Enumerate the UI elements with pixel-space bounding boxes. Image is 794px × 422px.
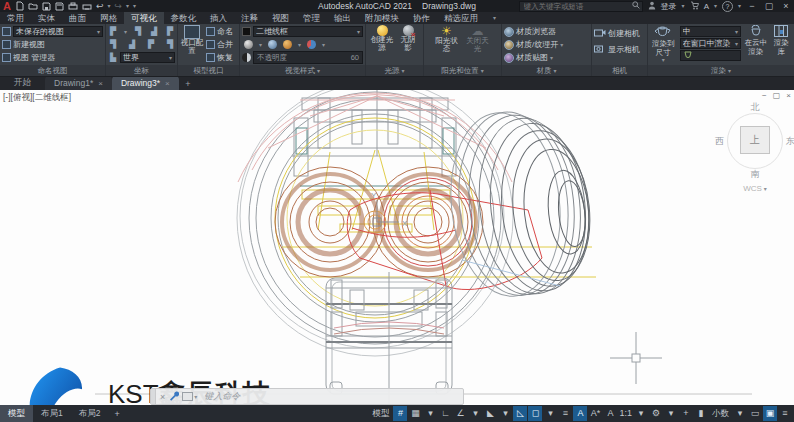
customize-menu-icon[interactable]: ≡ (778, 406, 792, 421)
panel-label-named-views[interactable]: 命名视图 (0, 65, 105, 76)
opacity-slider[interactable]: 不透明度 60 (253, 51, 363, 64)
publish-icon[interactable] (82, 2, 92, 11)
tab-manage[interactable]: 管理 (296, 12, 327, 24)
scale-caret-icon[interactable]: ▾ (634, 406, 648, 421)
xray-icon[interactable] (307, 40, 316, 49)
workspace-gear-icon[interactable]: ⚙ (649, 406, 663, 421)
named-view-dropdown[interactable]: 未保存的视图 ▾ (13, 26, 103, 37)
panel-label-coordinates[interactable]: 坐标 (106, 65, 177, 76)
tab-annotate[interactable]: 注释 (234, 12, 265, 24)
app-store-cart-icon[interactable] (690, 1, 699, 12)
face-style-caret-icon[interactable]: ▾ (259, 42, 262, 48)
ortho-toggle-icon[interactable]: ∟ (438, 406, 452, 421)
viewcube-south[interactable]: 南 (751, 168, 760, 181)
search-box[interactable] (519, 1, 643, 12)
viewcube-east[interactable]: 东 (786, 135, 794, 148)
tab-visualize[interactable]: 可视化 (124, 12, 164, 24)
ucs-icon-6[interactable]: ▟ (127, 40, 137, 49)
render-output-field[interactable] (680, 50, 742, 61)
layout2-tab[interactable]: 布局2 (71, 405, 109, 422)
tab-output[interactable]: 输出 (327, 12, 358, 24)
panel-label-visual-styles[interactable]: 视觉样式 ▾ (240, 65, 365, 76)
autodesk-account-icon[interactable]: A (704, 2, 709, 11)
isodraft-icon[interactable]: ◣ (483, 406, 497, 421)
ucs-icon-7[interactable]: ▛ (146, 40, 156, 49)
help-icon[interactable]: ? (722, 1, 733, 12)
ucs-icon-4[interactable]: ▛ (165, 27, 175, 36)
viewcube-compass[interactable]: 北 南 西 东 上 (724, 110, 786, 172)
snap-caret-icon[interactable]: ▾ (423, 406, 437, 421)
viewport-restore-button[interactable]: 恢复 (206, 51, 233, 64)
render-quality-dropdown[interactable]: 中 ▾ (680, 26, 742, 37)
grid-toggle-icon[interactable]: # (393, 406, 407, 421)
render-in-cloud-button[interactable]: 在云中渲染 (744, 25, 767, 64)
create-camera-button[interactable]: 创建相机 (594, 25, 645, 41)
tab-home[interactable]: 常用 (0, 12, 31, 24)
viewcube-top-face[interactable]: 上 (740, 126, 770, 154)
panel-label-render[interactable]: 渲染 ▾ (648, 65, 794, 76)
xray-caret-icon[interactable]: ▾ (322, 42, 325, 48)
search-icon[interactable] (632, 1, 640, 11)
object-snap-icon[interactable]: ◻ (528, 406, 542, 421)
render-target-dropdown[interactable]: 在窗口中渲染 ▾ (680, 38, 742, 49)
file-tab-start[interactable]: 开始 (0, 76, 45, 90)
account-caret-icon[interactable]: ▾ (714, 3, 717, 9)
panel-label-materials[interactable]: 材质 ▾ (502, 65, 591, 76)
annotation-scale-person-icon[interactable]: A (603, 406, 617, 421)
ucs-icon-8[interactable]: ▜ (165, 40, 175, 49)
file-tab-drawing3-close-icon[interactable]: × (165, 79, 170, 88)
panel-label-lights[interactable]: 光源 ▾ (366, 65, 423, 76)
undo-caret-icon[interactable]: ▾ (108, 3, 111, 9)
ucs-icon-1[interactable]: ▛ (108, 27, 118, 36)
edge-effects-icon[interactable] (283, 40, 292, 49)
command-line-close-icon[interactable]: × (156, 392, 169, 402)
tab-view[interactable]: 视图 (265, 12, 296, 24)
drawing-canvas[interactable]: [-][俯视][二维线框] − ▢ × (0, 90, 794, 405)
redo-caret-icon[interactable]: ▾ (126, 3, 129, 9)
new-file-icon[interactable] (16, 1, 24, 11)
command-input[interactable]: 键入命令 (200, 390, 240, 403)
render-gallery-button[interactable]: 渲染库 (770, 25, 792, 64)
edge-caret-icon[interactable]: ▾ (298, 42, 301, 48)
file-tab-drawing3[interactable]: Drawing3* × (112, 76, 179, 90)
ucs-icon-2[interactable]: ▜ (133, 27, 143, 36)
model-space-toggle[interactable]: 模型 (369, 408, 392, 420)
autocad-logo-icon[interactable]: A (0, 0, 16, 12)
save-as-icon[interactable] (55, 2, 64, 11)
create-light-button[interactable]: 创建光源 (370, 25, 394, 64)
signin-caret-icon[interactable]: ▾ (682, 3, 685, 9)
viewcube-north[interactable]: 北 (751, 101, 760, 114)
material-mapping-button[interactable]: 材质贴图 ▾ (504, 51, 589, 64)
ucs-world-dropdown[interactable]: 世界 ▾ (120, 52, 175, 63)
tab-parametric[interactable]: 参数化 (164, 12, 204, 24)
isodraft-caret-icon[interactable]: ▾ (498, 406, 512, 421)
object-snap-caret-icon[interactable]: ▾ (543, 406, 557, 421)
file-tab-drawing1[interactable]: Drawing1* × (45, 76, 112, 90)
search-input[interactable] (522, 1, 630, 12)
sun-status-button[interactable]: ☀ 阳光状态 (434, 25, 460, 64)
viewport-config-button[interactable]: 视口配置 (180, 25, 204, 64)
restore-button[interactable]: ▢ (763, 1, 775, 11)
viewport-named-button[interactable]: 命名 (206, 25, 233, 38)
tab-collaborate[interactable]: 协作 (406, 12, 437, 24)
file-tab-drawing1-close-icon[interactable]: × (98, 79, 103, 88)
face-style-icon[interactable] (244, 40, 253, 49)
tab-surface[interactable]: 曲面 (62, 12, 93, 24)
sign-in-label[interactable]: 登录 (661, 1, 677, 12)
tab-addins[interactable]: 附加模块 (358, 12, 406, 24)
redo-icon[interactable]: ↪ (115, 1, 123, 11)
recent-commands-dropdown[interactable]: ▾ (179, 392, 200, 401)
ribbon-display-toggle[interactable]: ▾ (491, 12, 496, 24)
polar-tracking-icon[interactable]: ∠ (453, 406, 467, 421)
object-snap-tracking-icon[interactable]: ◺ (513, 406, 527, 421)
graphics-performance-icon[interactable]: ▭ (748, 406, 762, 421)
plot-icon[interactable] (68, 2, 78, 11)
viewcube[interactable]: 北 南 西 东 上 WCS ▾ (722, 100, 788, 192)
ucs-caret-icon[interactable]: ▾ (124, 29, 127, 35)
close-button[interactable]: × (780, 1, 792, 11)
help-caret-icon[interactable]: ▾ (738, 3, 741, 9)
workspace-caret-icon[interactable]: ▾ (664, 406, 678, 421)
tab-insert[interactable]: 插入 (203, 12, 234, 24)
new-layout-button[interactable]: + (108, 409, 125, 419)
ucs-icon-5[interactable]: ▜ (108, 40, 118, 49)
